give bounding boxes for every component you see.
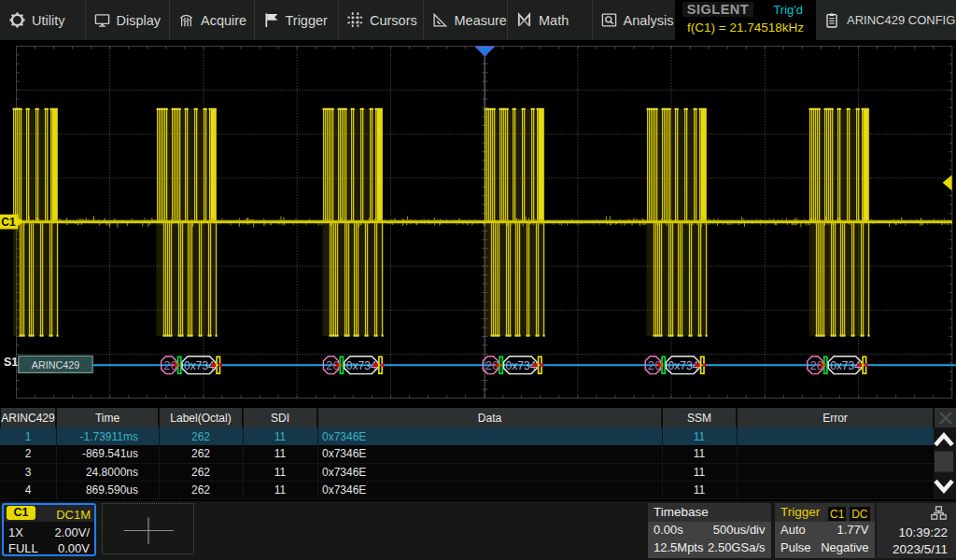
svg-text:0x734: 0x734 (668, 359, 699, 372)
svg-text:0x734: 0x734 (346, 359, 377, 372)
svg-text:0x734: 0x734 (506, 359, 537, 372)
svg-text:2: 2 (163, 358, 170, 372)
svg-text:2: 2 (326, 358, 332, 372)
svg-text:0x734: 0x734 (184, 359, 215, 372)
svg-text:C1: C1 (1, 216, 16, 229)
svg-text:ARINC429: ARINC429 (32, 359, 80, 371)
svg-text:2: 2 (648, 358, 654, 372)
svg-text:2: 2 (809, 358, 816, 372)
svg-text:2: 2 (485, 358, 492, 372)
svg-text:0x734: 0x734 (830, 359, 861, 372)
svg-text:S1: S1 (4, 356, 18, 369)
